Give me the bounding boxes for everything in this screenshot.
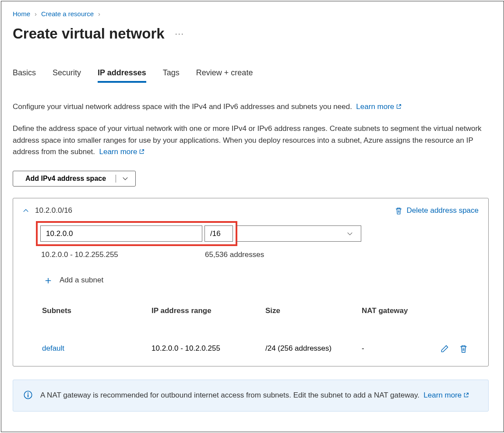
subnet-name-link[interactable]: default bbox=[42, 344, 152, 353]
prefix-select[interactable] bbox=[236, 225, 361, 242]
col-header-size: Size bbox=[265, 306, 362, 315]
subnet-nat: - bbox=[362, 344, 441, 353]
learn-more-link-nat[interactable]: Learn more bbox=[423, 391, 469, 399]
intro-line-2: Define the address space of your virtual… bbox=[13, 123, 489, 158]
chevron-down-icon bbox=[122, 176, 128, 182]
plus-icon: ＋ bbox=[43, 273, 53, 287]
learn-more-link-1[interactable]: Learn more bbox=[356, 102, 402, 111]
tab-ip-addresses[interactable]: IP addresses bbox=[98, 68, 146, 83]
trash-icon bbox=[395, 207, 402, 215]
col-header-nat: NAT gateway bbox=[362, 306, 441, 315]
svg-rect-2 bbox=[28, 394, 28, 398]
add-subnet-button[interactable]: ＋ Add a subnet bbox=[43, 273, 479, 287]
learn-more-link-2[interactable]: Learn more bbox=[99, 148, 145, 156]
breadcrumb: Home › Create a resource › bbox=[13, 10, 489, 18]
info-icon bbox=[24, 391, 32, 399]
chevron-up-icon[interactable] bbox=[23, 208, 29, 214]
ip-address-highlight: /16 bbox=[36, 221, 237, 246]
subnet-size: /24 (256 addresses) bbox=[265, 344, 362, 353]
chevron-right-icon: › bbox=[35, 10, 37, 18]
tab-bar: Basics Security IP addresses Tags Review… bbox=[13, 68, 489, 83]
address-space-cidr: 10.2.0.0/16 bbox=[35, 206, 72, 215]
tab-security[interactable]: Security bbox=[53, 68, 81, 83]
more-actions-button[interactable]: ··· bbox=[175, 29, 184, 39]
delete-address-space-button[interactable]: Delete address space bbox=[395, 206, 479, 215]
trash-icon[interactable] bbox=[459, 345, 468, 353]
tab-basics[interactable]: Basics bbox=[13, 68, 36, 83]
address-count-text: 65,536 addresses bbox=[205, 250, 264, 259]
external-link-icon bbox=[463, 392, 469, 398]
chevron-down-icon bbox=[347, 231, 353, 237]
info-notification: A NAT gateway is recommended for outboun… bbox=[13, 380, 489, 411]
page-title: Create virtual network bbox=[13, 25, 165, 42]
ip-address-input[interactable] bbox=[40, 225, 202, 242]
tab-tags[interactable]: Tags bbox=[163, 68, 180, 83]
address-range-text: 10.2.0.0 - 10.2.255.255 bbox=[41, 250, 205, 259]
address-space-card: 10.2.0.0/16 Delete address space /16 10.… bbox=[13, 198, 489, 366]
external-link-icon bbox=[396, 104, 402, 109]
intro-line-1: Configure your virtual network address s… bbox=[13, 101, 489, 113]
breadcrumb-create-resource[interactable]: Create a resource bbox=[41, 10, 94, 18]
tab-review-create[interactable]: Review + create bbox=[196, 68, 253, 83]
table-row: default 10.2.0.0 - 10.2.0.255 /24 (256 a… bbox=[42, 320, 479, 353]
prefix-label: /16 bbox=[204, 225, 233, 242]
col-header-ip-range: IP address range bbox=[152, 306, 265, 315]
col-header-subnets: Subnets bbox=[42, 306, 152, 315]
external-link-icon bbox=[139, 149, 145, 155]
add-ipv4-address-space-button[interactable]: Add IPv4 address space bbox=[13, 171, 136, 187]
breadcrumb-home[interactable]: Home bbox=[13, 10, 30, 18]
subnet-ip-range: 10.2.0.0 - 10.2.0.255 bbox=[152, 344, 265, 353]
svg-point-1 bbox=[28, 393, 29, 394]
edit-icon[interactable] bbox=[441, 345, 449, 353]
chevron-right-icon: › bbox=[98, 10, 100, 18]
